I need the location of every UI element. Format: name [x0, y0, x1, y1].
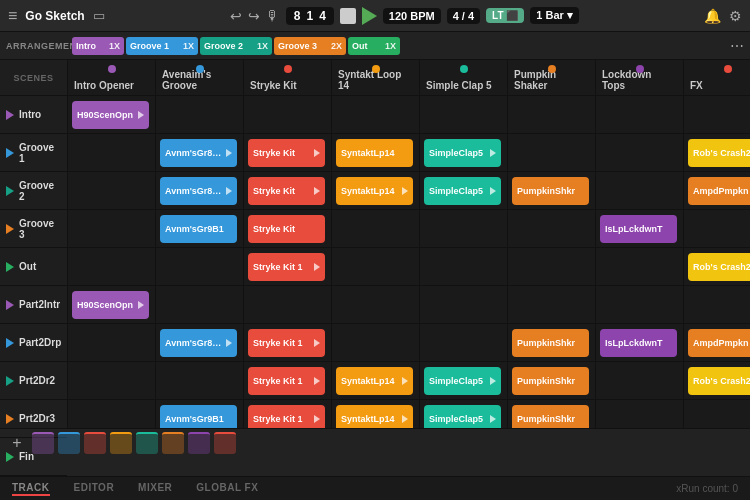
clip-2-3[interactable]: SyntaktLp14	[336, 177, 413, 205]
grid-cell-7-7[interactable]: Rob's Crash2	[684, 362, 750, 400]
grid-cell-5-4[interactable]	[420, 286, 508, 324]
clip-8-4[interactable]: SimpleClap5	[424, 405, 501, 428]
scene-row-2[interactable]: Groove 2	[0, 172, 67, 210]
grid-cell-2-2[interactable]: Stryke Kit	[244, 172, 332, 210]
grid-cell-5-1[interactable]	[156, 286, 244, 324]
clip-3-2[interactable]: Stryke Kit	[248, 215, 325, 243]
grid-cell-2-5[interactable]: PumpkinShkr	[508, 172, 596, 210]
clip-2-7[interactable]: AmpdPmpkn	[688, 177, 750, 205]
undo-button[interactable]: ↩	[230, 8, 242, 24]
grid-cell-7-1[interactable]	[156, 362, 244, 400]
clip-6-5[interactable]: PumpkinShkr	[512, 329, 589, 357]
clip-3-1[interactable]: Avnm'sGr9B1	[160, 215, 237, 243]
grid-cell-6-3[interactable]	[332, 324, 420, 362]
status-tab-mixer[interactable]: MIXER	[138, 482, 172, 496]
clip-7-2[interactable]: Stryke Kit 1	[248, 367, 325, 395]
grid-cell-3-5[interactable]	[508, 210, 596, 248]
grid-container[interactable]: Intro OpenerAvenaim's GrooveStryke KitSy…	[68, 60, 750, 428]
grid-cell-5-0[interactable]: H90ScenOpn	[68, 286, 156, 324]
grid-cell-7-2[interactable]: Stryke Kit 1	[244, 362, 332, 400]
clip-5-0[interactable]: H90ScenOpn	[72, 291, 149, 319]
grid-cell-3-0[interactable]	[68, 210, 156, 248]
grid-cell-5-2[interactable]	[244, 286, 332, 324]
grid-cell-7-5[interactable]: PumpkinShkr	[508, 362, 596, 400]
clip-1-1[interactable]: Avnm'sGr8B1	[160, 139, 237, 167]
grid-cell-0-7[interactable]	[684, 96, 750, 134]
grid-cell-5-5[interactable]	[508, 286, 596, 324]
grid-cell-6-6[interactable]: IsLpLckdwnT	[596, 324, 684, 362]
grid-cell-0-4[interactable]	[420, 96, 508, 134]
grid-cell-3-7[interactable]	[684, 210, 750, 248]
grid-cell-1-1[interactable]: Avnm'sGr8B1	[156, 134, 244, 172]
timeline-clip-2[interactable]: Groove 21X	[200, 37, 272, 55]
clip-6-2[interactable]: Stryke Kit 1	[248, 329, 325, 357]
status-tab-global-fx[interactable]: GLOBAL FX	[196, 482, 258, 496]
grid-cell-3-3[interactable]	[332, 210, 420, 248]
grid-cell-0-3[interactable]	[332, 96, 420, 134]
menu-icon[interactable]: ≡	[8, 7, 17, 25]
clip-6-7[interactable]: AmpdPmpkn	[688, 329, 750, 357]
grid-cell-1-0[interactable]	[68, 134, 156, 172]
more-button[interactable]: ⋯	[724, 38, 750, 54]
grid-cell-2-1[interactable]: Avnm'sGr8B1	[156, 172, 244, 210]
bell-icon[interactable]: 🔔	[704, 8, 721, 24]
grid-cell-7-0[interactable]	[68, 362, 156, 400]
clip-3-6[interactable]: IsLpLckdwnT	[600, 215, 677, 243]
grid-cell-2-0[interactable]	[68, 172, 156, 210]
track-icon-6[interactable]	[188, 432, 210, 454]
grid-cell-2-4[interactable]: SimpleClap5	[420, 172, 508, 210]
clip-2-2[interactable]: Stryke Kit	[248, 177, 325, 205]
grid-cell-8-7[interactable]	[684, 400, 750, 428]
clip-6-6[interactable]: IsLpLckdwnT	[600, 329, 677, 357]
grid-cell-4-6[interactable]	[596, 248, 684, 286]
grid-cell-7-4[interactable]: SimpleClap5	[420, 362, 508, 400]
scene-row-7[interactable]: Prt2Dr2	[0, 362, 67, 400]
grid-cell-4-3[interactable]	[332, 248, 420, 286]
grid-cell-1-2[interactable]: Stryke Kit	[244, 134, 332, 172]
grid-cell-4-0[interactable]	[68, 248, 156, 286]
clip-7-5[interactable]: PumpkinShkr	[512, 367, 589, 395]
scene-row-0[interactable]: Intro	[0, 96, 67, 134]
clip-8-1[interactable]: Avnm'sGr9B1	[160, 405, 237, 428]
clip-0-0[interactable]: H90ScenOpn	[72, 101, 149, 129]
grid-cell-6-1[interactable]: Avnm'sGr8B1	[156, 324, 244, 362]
scene-row-4[interactable]: Out	[0, 248, 67, 286]
position-display[interactable]: 8 1 4	[286, 7, 334, 25]
grid-cell-4-2[interactable]: Stryke Kit 1	[244, 248, 332, 286]
grid-cell-8-1[interactable]: Avnm'sGr9B1	[156, 400, 244, 428]
grid-cell-2-6[interactable]	[596, 172, 684, 210]
grid-cell-5-3[interactable]	[332, 286, 420, 324]
grid-cell-3-4[interactable]	[420, 210, 508, 248]
timeline-clip-4[interactable]: Out1X	[348, 37, 400, 55]
grid-cell-6-5[interactable]: PumpkinShkr	[508, 324, 596, 362]
grid-cell-8-3[interactable]: SyntaktLp14	[332, 400, 420, 428]
clip-4-2[interactable]: Stryke Kit 1	[248, 253, 325, 281]
track-icon-3[interactable]	[110, 432, 132, 454]
gear-icon[interactable]: ⚙	[729, 8, 742, 24]
track-icon-7[interactable]	[214, 432, 236, 454]
clip-2-5[interactable]: PumpkinShkr	[512, 177, 589, 205]
grid-cell-1-4[interactable]: SimpleClap5	[420, 134, 508, 172]
track-icon-5[interactable]	[162, 432, 184, 454]
clip-7-4[interactable]: SimpleClap5	[424, 367, 501, 395]
clip-8-2[interactable]: Stryke Kit 1	[248, 405, 325, 428]
add-track-button[interactable]: +	[6, 432, 28, 454]
grid-cell-1-5[interactable]	[508, 134, 596, 172]
clip-1-2[interactable]: Stryke Kit	[248, 139, 325, 167]
scene-row-6[interactable]: Part2Drp	[0, 324, 67, 362]
grid-cell-3-1[interactable]: Avnm'sGr9B1	[156, 210, 244, 248]
grid-cell-0-1[interactable]	[156, 96, 244, 134]
grid-cell-1-6[interactable]	[596, 134, 684, 172]
grid-cell-3-2[interactable]: Stryke Kit	[244, 210, 332, 248]
grid-cell-4-7[interactable]: Rob's Crash2	[684, 248, 750, 286]
track-icon-0[interactable]	[32, 432, 54, 454]
doc-icon[interactable]: ▭	[93, 8, 105, 23]
status-tab-editor[interactable]: EDITOR	[74, 482, 115, 496]
mic-icon[interactable]: 🎙	[266, 8, 280, 24]
timeline-clip-1[interactable]: Groove 11X	[126, 37, 198, 55]
clip-7-3[interactable]: SyntaktLp14	[336, 367, 413, 395]
stop-button[interactable]	[340, 8, 356, 24]
grid-cell-0-6[interactable]	[596, 96, 684, 134]
scene-row-1[interactable]: Groove 1	[0, 134, 67, 172]
grid-cell-7-6[interactable]	[596, 362, 684, 400]
